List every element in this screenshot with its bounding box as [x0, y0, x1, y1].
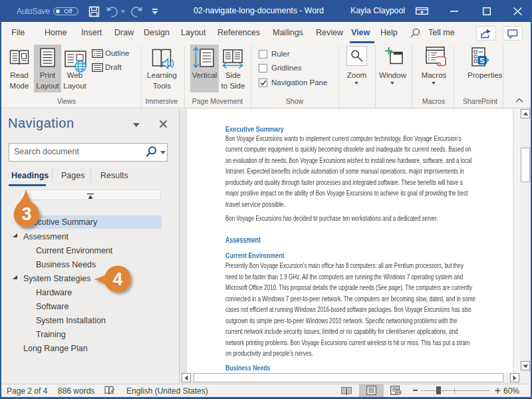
svg-text:S: S — [479, 57, 484, 65]
svg-text:3: 3 — [21, 204, 31, 224]
svg-text:4: 4 — [112, 269, 122, 289]
